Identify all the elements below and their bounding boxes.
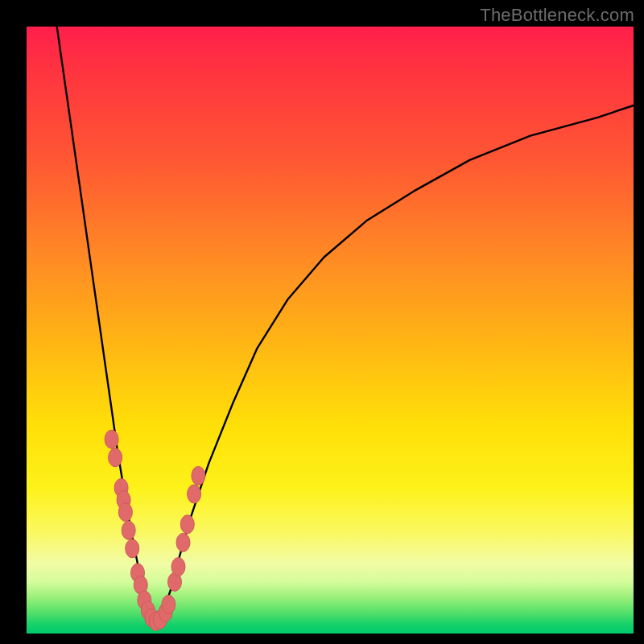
watermark-text: TheBottleneck.com bbox=[480, 5, 634, 26]
chart-frame: TheBottleneck.com bbox=[0, 0, 644, 644]
plot-area bbox=[27, 27, 634, 634]
